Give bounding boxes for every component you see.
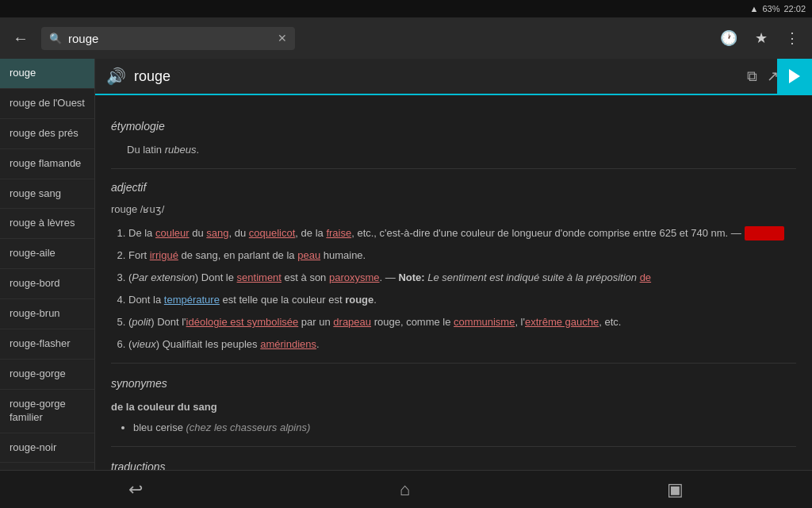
divider-1 [111,168,796,169]
play-button[interactable] [777,59,812,94]
sidebar-item-10[interactable]: rouge-gorge [0,360,94,390]
link-fraise[interactable]: fraise [326,227,351,239]
synonymes-title: synonymes [111,375,796,394]
sidebar-item-7[interactable]: rouge-bord [0,269,94,299]
sidebar-item-2[interactable]: rouge des prés [0,119,94,149]
sidebar-item-3[interactable]: rouge flamande [0,149,94,179]
definition-item-4: Dont la température est telle que la cou… [128,291,796,309]
link-communisme[interactable]: communisme [454,316,515,328]
search-input[interactable] [68,32,271,45]
synonymes-list: bleu cerise (chez les chasseurs alpins) [111,419,796,437]
definition-body: étymologie Du latin rubeus. adjectif rou… [95,95,812,470]
copy-icon[interactable]: ⧉ [747,68,757,85]
link-couleur[interactable]: couleur [155,227,190,239]
back-button[interactable]: ← [8,25,33,52]
history-button[interactable]: 🕐 [715,25,742,52]
word-header: 🔊 rouge ⧉ ↗ ☆ [95,59,812,95]
favorite-button[interactable]: ★ [750,25,772,52]
traductions-title: traductions [111,458,796,470]
sidebar-item-9[interactable]: rouge-flasher [0,329,94,360]
search-box[interactable]: 🔍 ✕ [41,27,295,50]
battery-text: 63% [762,4,779,13]
link-sang[interactable]: sang [206,227,228,239]
sidebar-item-0[interactable]: rouge [0,59,94,89]
content-area: 🔊 rouge ⧉ ↗ ☆ étymologie Du latin rubeus… [95,59,812,470]
status-bar: ▲ 63% 22:02 [0,0,812,17]
definitions-list: De la couleur du sang, du coquelicot, de… [111,225,796,354]
sidebar-item-4[interactable]: rouge sang [0,179,94,210]
link-drapeau[interactable]: drapeau [333,316,371,328]
definition-item-1: De la couleur du sang, du coquelicot, de… [128,225,796,242]
pos-adjectif: adjectif [111,179,796,198]
divider-3 [111,446,796,447]
nav-recent-button[interactable]: ▣ [651,473,699,506]
link-amerindiens[interactable]: amérindiens [260,338,316,350]
status-icons: ▲ 63% 22:02 [750,4,806,13]
red-swatch [745,226,784,241]
sidebar-item-5[interactable]: rouge à lèvres [0,209,94,239]
link-peau[interactable]: peau [297,249,320,261]
sidebar-item-12[interactable]: rouge-noir [0,433,94,464]
main-area: rougerouge de l'Ouestrouge des présrouge… [0,59,812,470]
link-de[interactable]: de [640,271,651,283]
sidebar-item-8[interactable]: rouge-brun [0,299,94,329]
link-coquelicot[interactable]: coquelicot [249,227,296,239]
etymology-title: étymologie [111,117,796,137]
definition-item-5: (polit) Dont l'idéologie est symbolisée … [128,314,796,331]
synonymes-subtitle: de la couleur du sang [111,398,796,416]
sidebar-item-1[interactable]: rouge de l'Ouest [0,89,94,119]
phonetic: rouge /ʁuʒ/ [111,201,796,218]
sidebar-item-11[interactable]: rouge-gorge familier [0,390,94,433]
sidebar-item-6[interactable]: rouge-aile [0,239,94,269]
time-display: 22:02 [783,4,806,13]
link-sentiment[interactable]: sentiment [237,271,282,283]
link-extreme-gauche[interactable]: extrême gauche [525,316,599,328]
sidebar-item-13[interactable]: rouge-pie [0,463,94,470]
definition-item-2: Fort irrigué de sang, en parlant de la p… [128,247,796,264]
definition-item-3: (Par extension) Dont le sentiment est à … [128,269,796,287]
search-icon: 🔍 [49,33,62,44]
sidebar: rougerouge de l'Ouestrouge des présrouge… [0,59,95,470]
nav-back-button[interactable]: ↩ [113,473,159,506]
clear-button[interactable]: ✕ [278,32,287,44]
bottom-bar: ↩ ⌂ ▣ [0,470,812,508]
link-ideologie[interactable]: idéologie est symbolisée [186,316,299,328]
link-paroxysme[interactable]: paroxysme [329,271,380,283]
etymology-text: Du latin rubeus. [111,141,796,159]
more-menu-button[interactable]: ⋮ [780,25,804,52]
word-title: rouge [134,68,170,85]
link-irrigué[interactable]: irrigué [150,249,178,261]
speaker-icon[interactable]: 🔊 [106,67,126,86]
wifi-icon: ▲ [750,4,759,13]
divider-2 [111,363,796,364]
definition-item-6: (vieux) Qualifiait les peuples amérindie… [128,336,796,353]
top-bar: ← 🔍 ✕ 🕐 ★ ⋮ [0,17,812,59]
link-temperature[interactable]: température [164,294,220,306]
synonyme-item-1: bleu cerise (chez les chasseurs alpins) [133,419,796,437]
nav-home-button[interactable]: ⌂ [384,473,426,506]
